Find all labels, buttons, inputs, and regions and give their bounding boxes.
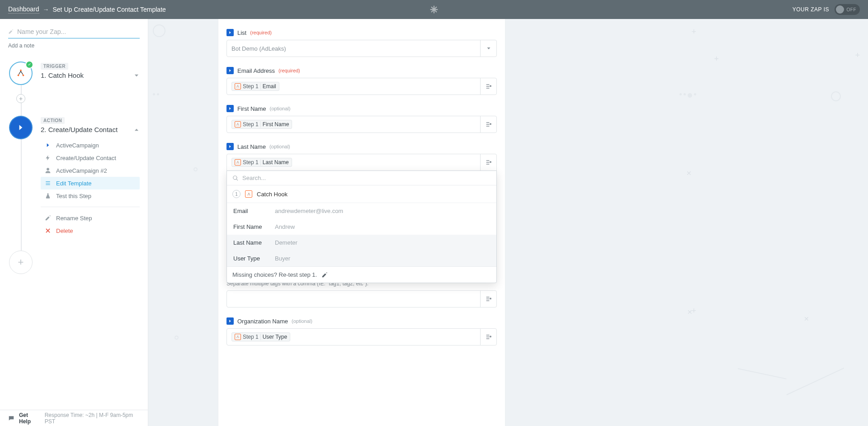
field-org-label: Organization Name <box>237 318 288 325</box>
webhook-icon <box>245 190 252 198</box>
mapped-value-pill[interactable]: Step 1 Last Name <box>231 158 292 167</box>
zap-enable-toggle[interactable]: OFF <box>835 4 860 15</box>
popover-option-email[interactable]: Emailandrewdemeter@live.com <box>227 203 496 219</box>
substep-account-label: ActiveCampaign #2 <box>56 167 107 174</box>
popover-option-lastname[interactable]: Last NameDemeter <box>227 235 496 251</box>
chat-icon <box>8 415 14 421</box>
field-list-label: List <box>237 29 246 36</box>
toggle-off-label: OFF <box>847 7 857 12</box>
activecampaign-icon <box>226 67 234 74</box>
field-firstname-label: First Name <box>237 105 266 112</box>
popover-footer-text: Missing choices? Re-test step 1. <box>232 271 317 278</box>
add-step-button[interactable]: + <box>9 251 33 274</box>
mapped-value-pill[interactable]: Step 1 First Name <box>231 120 292 129</box>
substep-divider <box>41 207 140 207</box>
topbar: Dashboard → Set Up Create/Update Contact… <box>0 0 868 19</box>
add-step-between-button[interactable]: + <box>16 94 25 103</box>
substep-app[interactable]: ActiveCampaign <box>41 139 140 151</box>
topbar-right: YOUR ZAP IS OFF <box>793 4 860 15</box>
add-note-link[interactable]: Add a note <box>8 43 34 49</box>
activecampaign-icon <box>226 29 234 36</box>
breadcrumb: Dashboard → Set Up Create/Update Contact… <box>8 5 166 14</box>
field-org-input[interactable]: Step 1 User Type <box>226 328 497 346</box>
mapped-value-pill[interactable]: Step 1 User Type <box>231 332 290 341</box>
substep-account[interactable]: ActiveCampaign #2 <box>41 164 140 177</box>
step-action-collapse[interactable] <box>133 127 140 133</box>
user-icon <box>44 167 52 174</box>
pill-value-label: Last Name <box>263 159 289 166</box>
popover-option-firstname[interactable]: First NameAndrew <box>227 219 496 235</box>
step-action-icon <box>9 116 33 139</box>
popover-search-input[interactable] <box>242 175 491 181</box>
activecampaign-icon <box>226 105 234 112</box>
field-list-select[interactable]: Bot Demo (AdLeaks) <box>226 40 497 57</box>
field-lastname-optional: (optional) <box>269 144 290 149</box>
substep-template[interactable]: Edit Template <box>41 177 140 189</box>
field-email-required: (required) <box>278 68 300 73</box>
pill-step-label: Step 1 <box>243 334 259 340</box>
popover-option-key: User Type <box>233 255 269 262</box>
field-list-required: (required) <box>250 30 272 35</box>
popover-option-value: Demeter <box>275 239 297 246</box>
pill-step-label: Step 1 <box>243 121 259 128</box>
field-firstname: First Name (optional) Step 1 First Name <box>226 105 497 133</box>
substep-action-label: Create/Update Contact <box>56 155 116 161</box>
field-email-label: Email Address <box>237 67 275 74</box>
popover-source-header[interactable]: 1 Catch Hook <box>227 185 496 203</box>
zap-name-input[interactable] <box>17 28 140 35</box>
step-action[interactable]: ACTION 2. Create/Update Contact ActiveCa… <box>8 116 140 237</box>
popover-option-value: andrewdemeter@live.com <box>275 208 343 214</box>
step-trigger-expand[interactable] <box>133 72 140 79</box>
pill-step-label: Step 1 <box>243 159 259 166</box>
substep-rename[interactable]: Rename Step <box>41 212 140 224</box>
breadcrumb-current: Set Up Create/Update Contact Template <box>53 6 166 13</box>
substep-test[interactable]: Test this Step <box>41 189 140 202</box>
form-panel: List (required) Bot Demo (AdLeaks) Email… <box>218 19 505 426</box>
search-icon <box>232 175 239 181</box>
flask-icon <box>44 192 52 199</box>
insert-data-button[interactable] <box>480 78 496 95</box>
webhook-icon <box>235 159 241 166</box>
zap-name-field[interactable] <box>8 28 140 38</box>
field-list-dropdown-icon[interactable] <box>480 40 496 57</box>
field-list: List (required) Bot Demo (AdLeaks) <box>226 29 497 57</box>
insert-data-button[interactable] <box>480 329 496 345</box>
field-email-input[interactable]: Step 1 Email <box>226 78 497 95</box>
popover-footer[interactable]: Missing choices? Re-test step 1. <box>227 266 496 283</box>
field-lastname-input[interactable]: Step 1 Last Name <box>226 154 497 171</box>
popover-option-key: First Name <box>233 223 269 230</box>
insert-data-button[interactable] <box>480 116 496 133</box>
step-action-title: 2. Create/Update Contact <box>41 126 118 133</box>
webhook-icon <box>235 83 241 90</box>
step-trigger[interactable]: TRIGGER 1. Catch Hook <box>8 62 140 85</box>
get-help-label: Get Help <box>19 412 40 425</box>
field-firstname-input[interactable]: Step 1 First Name <box>226 116 497 133</box>
toggle-knob <box>836 5 844 14</box>
app-icon <box>44 142 52 149</box>
breadcrumb-dashboard-link[interactable]: Dashboard <box>8 5 39 14</box>
zap-status-label: YOUR ZAP IS <box>793 6 829 13</box>
pill-value-label: First Name <box>263 121 289 128</box>
substep-delete-label: Delete <box>56 227 73 234</box>
field-org: Organization Name (optional) Step 1 User… <box>226 317 497 346</box>
webhook-icon <box>235 121 241 128</box>
insert-data-button[interactable] <box>480 154 496 170</box>
substep-action[interactable]: Create/Update Contact <box>41 151 140 164</box>
field-tags-input[interactable] <box>226 290 497 308</box>
field-firstname-optional: (optional) <box>270 106 291 111</box>
pill-step-label: Step 1 <box>243 83 259 90</box>
main-canvas: + + + + ✕ ✕ ✕ List (required) <box>148 19 868 426</box>
help-footer[interactable]: Get Help Response Time: ~2h | M-F 9am-5p… <box>0 410 148 426</box>
step-trigger-icon <box>9 62 33 85</box>
mapped-value-pill[interactable]: Step 1 Email <box>231 82 279 91</box>
field-tags: Separate multiple tags with a comma (IE:… <box>226 280 497 308</box>
activecampaign-icon <box>226 317 234 325</box>
substep-template-label: Edit Template <box>56 180 92 187</box>
pencil-icon <box>321 272 328 278</box>
popover-search[interactable] <box>227 171 496 185</box>
substep-delete[interactable]: Delete <box>41 224 140 237</box>
list-icon <box>44 180 52 187</box>
popover-option-usertype[interactable]: User TypeBuyer <box>227 251 496 266</box>
pencil-icon <box>44 214 52 222</box>
insert-data-button[interactable] <box>480 291 496 307</box>
